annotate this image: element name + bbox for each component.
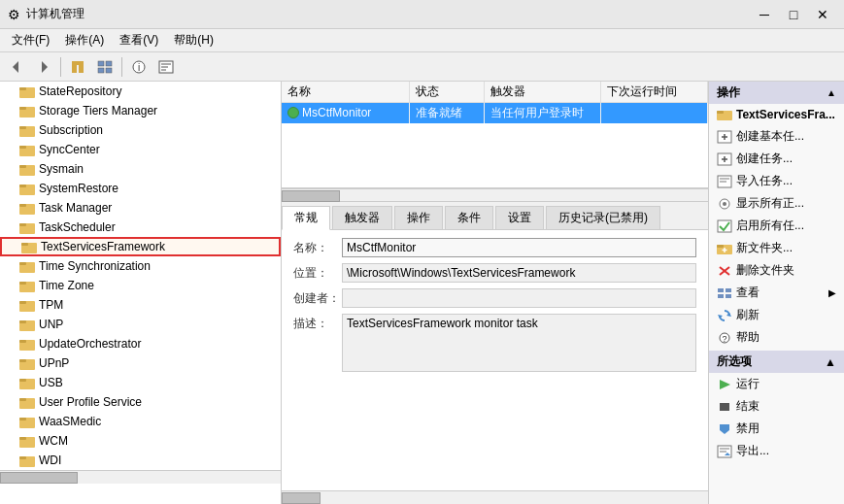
svg-text:?: ?	[722, 334, 726, 344]
name-label: 名称：	[293, 238, 342, 256]
tree-item-unp[interactable]: UNP	[0, 315, 281, 334]
up-button[interactable]	[65, 55, 90, 79]
collapse-sub-btn[interactable]: ▲	[825, 355, 836, 369]
tab-settings[interactable]: 设置	[495, 206, 544, 229]
detail-hscroll[interactable]	[282, 490, 708, 504]
info-icon: i	[131, 59, 147, 75]
action-show-all[interactable]: 显示所有正...	[709, 192, 844, 215]
tab-history[interactable]: 历史记录(已禁用)	[546, 206, 660, 229]
tree-item-taskmanager[interactable]: Task Manager	[0, 198, 281, 218]
sub-section-header: 所选项 ▲	[709, 351, 844, 373]
svg-rect-18	[19, 107, 26, 110]
collapse-actions-btn[interactable]: ▲	[827, 87, 836, 98]
tab-actions[interactable]: 操作	[394, 206, 443, 229]
menu-action[interactable]: 操作(A)	[57, 30, 112, 50]
content-pane: 名称 状态 触发器 下次运行时间 MsCtfMonitor	[282, 82, 708, 504]
maximize-button[interactable]: □	[780, 3, 807, 26]
tab-conditions[interactable]: 条件	[445, 206, 493, 229]
action-create-basic[interactable]: 创建基本任...	[709, 125, 844, 148]
tree-item-taskscheduler[interactable]: TaskScheduler	[0, 218, 281, 237]
tree-item-synccenter[interactable]: SyncCenter	[0, 140, 281, 159]
svg-rect-30	[19, 223, 26, 226]
svg-rect-50	[19, 418, 26, 420]
delete-folder-icon	[717, 263, 732, 279]
menu-file[interactable]: 文件(F)	[4, 30, 57, 50]
properties-icon	[158, 59, 174, 75]
author-label: 创建者：	[293, 288, 342, 307]
folder-icon-10	[19, 258, 35, 274]
svg-rect-48	[19, 398, 26, 401]
action-export[interactable]: 导出...	[709, 440, 844, 462]
close-button[interactable]: ✕	[809, 3, 836, 26]
tree-item-usb[interactable]: USB	[0, 373, 281, 392]
tree-item-tpm[interactable]: TPM	[0, 295, 281, 315]
form-row-name: 名称： MsCtfMonitor	[293, 238, 696, 257]
svg-rect-40	[19, 320, 26, 323]
action-help[interactable]: ? 帮助	[709, 326, 844, 349]
info-button[interactable]: i	[126, 55, 152, 79]
tree-item-sysmain[interactable]: Sysmain	[0, 159, 281, 179]
action-delete-folder[interactable]: 删除文件夹	[709, 259, 844, 282]
tree-item-storagetiers[interactable]: Storage Tiers Manager	[0, 101, 281, 120]
form-row-location: 位置： \Microsoft\Windows\TextServicesFrame…	[293, 263, 696, 283]
name-input[interactable]: MsCtfMonitor	[342, 238, 696, 257]
forward-button[interactable]	[31, 55, 56, 79]
svg-rect-16	[19, 87, 26, 90]
action-import[interactable]: 导入任务...	[709, 170, 844, 192]
action-create-task[interactable]: 创建任务...	[709, 148, 844, 170]
task-table[interactable]: 名称 状态 触发器 下次运行时间 MsCtfMonitor	[282, 82, 708, 188]
tree-hscroll[interactable]	[0, 470, 281, 484]
tree-pane[interactable]: StateRepository Storage Tiers Manager Su…	[0, 82, 282, 504]
action-run[interactable]: 运行	[709, 373, 844, 395]
action-view[interactable]: 查看 ▶	[709, 282, 844, 304]
action-disable[interactable]: 禁用	[709, 418, 844, 440]
folder-icon-18	[19, 414, 35, 429]
tree-item-timesync[interactable]: Time Synchronization	[0, 256, 281, 276]
view-arrow-icon: ▶	[828, 287, 836, 298]
action-folder[interactable]: TextServicesFra...	[709, 104, 844, 125]
action-end[interactable]: 结束	[709, 395, 844, 418]
folder-icon-15	[19, 355, 35, 371]
folder-icon-8	[19, 219, 35, 235]
menu-help[interactable]: 帮助(H)	[166, 30, 221, 50]
tree-item-systemrestore[interactable]: SystemRestore	[0, 179, 281, 198]
table-hscroll[interactable]	[282, 188, 708, 202]
back-button[interactable]	[4, 55, 29, 79]
tree-item-timezone[interactable]: Time Zone	[0, 276, 281, 295]
minimize-button[interactable]: ─	[751, 3, 778, 26]
menu-view[interactable]: 查看(V)	[112, 30, 166, 50]
view-button[interactable]	[92, 55, 118, 79]
svg-marker-1	[42, 61, 48, 73]
tree-item-staterepository[interactable]: StateRepository	[0, 82, 281, 101]
action-new-folder[interactable]: 新文件夹...	[709, 237, 844, 259]
tree-item-userprofile[interactable]: User Profile Service	[0, 392, 281, 412]
view-icon	[97, 59, 113, 75]
action-enable-all[interactable]: 启用所有任...	[709, 215, 844, 237]
back-icon	[9, 59, 24, 75]
folder-icon-11	[19, 278, 35, 293]
tree-item-wcm[interactable]: WCM	[0, 431, 281, 451]
table-row[interactable]: MsCtfMonitor 准备就绪 当任何用户登录时	[282, 103, 708, 124]
tree-item-waasmedic[interactable]: WaaSMedic	[0, 412, 281, 431]
forward-icon	[36, 59, 51, 75]
tree-item-subscription[interactable]: Subscription	[0, 120, 281, 140]
svg-rect-22	[19, 146, 26, 149]
tab-triggers[interactable]: 触发器	[332, 206, 392, 229]
tab-general[interactable]: 常规	[282, 206, 330, 230]
svg-rect-7	[98, 68, 104, 73]
title-bar: ⚙ 计算机管理 ─ □ ✕	[0, 0, 844, 29]
window-title: 计算机管理	[26, 6, 84, 22]
tabs-bar: 常规 触发器 操作 条件 设置 历史记录(已禁用)	[282, 202, 708, 230]
svg-marker-80	[718, 315, 723, 319]
create-basic-icon	[717, 129, 732, 145]
tree-item-wdi[interactable]: WDI	[0, 451, 281, 470]
svg-rect-4	[72, 61, 84, 65]
tree-item-upnp[interactable]: UPnP	[0, 353, 281, 373]
tree-item-updateorch[interactable]: UpdateOrchestrator	[0, 334, 281, 353]
svg-rect-56	[717, 111, 724, 114]
properties-button[interactable]	[153, 55, 179, 79]
show-all-icon	[717, 196, 732, 212]
toolbar-separator-1	[60, 57, 61, 77]
tree-item-textservices[interactable]: TextServicesFramework	[0, 237, 281, 256]
action-refresh[interactable]: 刷新	[709, 304, 844, 326]
